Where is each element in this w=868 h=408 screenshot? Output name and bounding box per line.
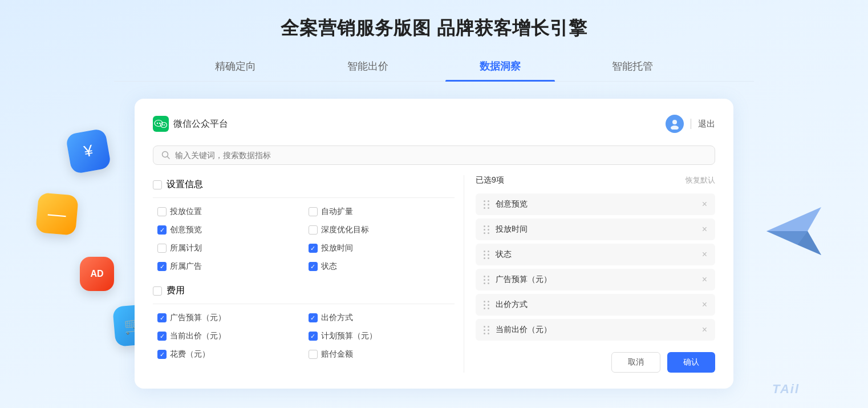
header-right: 退出 <box>666 115 715 133</box>
selected-label-current-bid: 当前出价（元） <box>496 325 696 335</box>
cost-items-grid: 广告预算（元） 出价方式 当前出价（元） 计划预算（元） <box>153 308 455 365</box>
item-creative-preview[interactable]: 创意预览 <box>153 222 304 238</box>
svg-point-9 <box>164 124 165 126</box>
selected-label-delivery-time: 投放时间 <box>496 224 696 235</box>
selected-label-creative-preview: 创意预览 <box>496 199 696 209</box>
item-current-bid[interactable]: 当前出价（元） <box>153 328 304 344</box>
item-ad-belong[interactable]: 所属广告 <box>153 258 304 274</box>
remove-delivery-time-button[interactable]: × <box>702 225 707 234</box>
item-placement-checkbox[interactable] <box>157 207 167 216</box>
item-creative-preview-label: 创意预览 <box>170 225 202 235</box>
search-input[interactable] <box>175 151 707 160</box>
svg-point-6 <box>159 123 160 124</box>
selected-label-ad-budget: 广告预算（元） <box>496 274 696 285</box>
selected-label-status: 状态 <box>496 249 696 260</box>
section-cost-checkbox[interactable] <box>153 286 162 296</box>
item-compensation-checkbox[interactable] <box>309 350 318 359</box>
item-spend-checkbox[interactable] <box>157 350 167 359</box>
search-icon <box>161 151 171 160</box>
right-col-header: 已选9项 恢复默认 <box>476 175 715 185</box>
item-plan-label: 所属计划 <box>170 243 202 253</box>
drag-handle[interactable] <box>484 276 490 284</box>
section-cost-header: 费用 <box>153 281 455 300</box>
item-current-bid-label: 当前出价（元） <box>170 331 226 341</box>
deco-money-icon: ¥ <box>68 131 108 171</box>
item-deep-optimize[interactable]: 深度优化目标 <box>304 222 455 238</box>
item-status[interactable]: 状态 <box>304 258 455 274</box>
drag-handle[interactable] <box>484 251 490 259</box>
item-delivery-time[interactable]: 投放时间 <box>304 240 455 256</box>
item-delivery-time-checkbox[interactable] <box>309 244 318 253</box>
logout-button[interactable]: 退出 <box>698 119 715 130</box>
item-ad-belong-checkbox[interactable] <box>157 262 167 271</box>
deco-ad-icon: AD <box>80 257 114 291</box>
selected-item-current-bid: 当前出价（元） × <box>476 319 715 341</box>
selected-item-bid-method: 出价方式 × <box>476 294 715 316</box>
item-bid-method-checkbox[interactable] <box>309 313 318 322</box>
cancel-button[interactable]: 取消 <box>611 352 660 373</box>
search-bar <box>153 146 715 165</box>
svg-point-8 <box>163 124 164 126</box>
section-cost: 费用 广告预算（元） 出价方式 <box>153 281 455 365</box>
item-ad-belong-label: 所属广告 <box>170 261 202 272</box>
item-auto-expand[interactable]: 自动扩量 <box>304 204 455 220</box>
section-settings-checkbox[interactable] <box>153 180 162 189</box>
tab-managed[interactable]: 智能托管 <box>566 51 699 81</box>
section-settings-header: 设置信息 <box>153 175 455 194</box>
tab-bidding[interactable]: 智能出价 <box>302 51 434 81</box>
item-plan[interactable]: 所属计划 <box>153 240 304 256</box>
remove-current-bid-button[interactable]: × <box>702 325 707 334</box>
drag-handle[interactable] <box>484 301 490 309</box>
item-bid-method-label: 出价方式 <box>321 313 353 323</box>
item-plan-budget-checkbox[interactable] <box>309 332 318 341</box>
item-placement-label: 投放位置 <box>170 207 202 217</box>
item-auto-expand-label: 自动扩量 <box>321 207 353 217</box>
left-column: 设置信息 投放位置 自动扩量 <box>153 175 464 373</box>
item-current-bid-checkbox[interactable] <box>157 332 167 341</box>
deco-minus-icon: — <box>37 194 77 234</box>
wechat-icon <box>153 116 169 132</box>
item-ad-budget-label: 广告预算（元） <box>170 313 226 323</box>
svg-point-5 <box>157 123 158 124</box>
header-divider <box>691 119 691 129</box>
drag-handle[interactable] <box>484 225 490 234</box>
dialog-card: 微信公众平台 退出 <box>135 99 733 389</box>
item-status-checkbox[interactable] <box>309 262 318 271</box>
svg-point-10 <box>672 120 677 124</box>
item-bid-method[interactable]: 出价方式 <box>304 310 455 326</box>
item-delivery-time-label: 投放时间 <box>321 243 353 253</box>
selected-item-delivery-time: 投放时间 × <box>476 219 715 240</box>
item-plan-checkbox[interactable] <box>157 244 167 253</box>
item-ad-budget-checkbox[interactable] <box>157 313 167 322</box>
item-compensation-label: 赔付金额 <box>321 349 353 359</box>
item-placement[interactable]: 投放位置 <box>153 204 304 220</box>
svg-line-13 <box>168 157 170 159</box>
item-creative-preview-checkbox[interactable] <box>157 225 167 235</box>
item-deep-optimize-checkbox[interactable] <box>309 225 318 235</box>
settings-items-grid: 投放位置 自动扩量 创意预览 深度优化目标 <box>153 201 455 277</box>
selected-item-creative-preview: 创意预览 × <box>476 193 715 215</box>
item-ad-budget[interactable]: 广告预算（元） <box>153 310 304 326</box>
item-spend[interactable]: 花费（元） <box>153 346 304 362</box>
remove-ad-budget-button[interactable]: × <box>702 275 707 284</box>
item-plan-budget[interactable]: 计划预算（元） <box>304 328 455 344</box>
remove-bid-method-button[interactable]: × <box>702 300 707 309</box>
item-compensation[interactable]: 赔付金额 <box>304 346 455 362</box>
section-settings-label: 设置信息 <box>167 179 203 191</box>
confirm-button[interactable]: 确认 <box>667 352 715 373</box>
item-plan-budget-label: 计划预算（元） <box>321 331 377 341</box>
columns-layout: 设置信息 投放位置 自动扩量 <box>153 175 715 373</box>
drag-handle[interactable] <box>484 200 490 209</box>
platform-name: 微信公众平台 <box>173 118 228 130</box>
deco-plane-icon <box>760 200 817 257</box>
tab-insights[interactable]: 数据洞察 <box>434 51 566 81</box>
selected-label-bid-method: 出价方式 <box>496 300 696 310</box>
remove-status-button[interactable]: × <box>702 250 707 259</box>
platform-info: 微信公众平台 <box>153 116 228 132</box>
drag-handle[interactable] <box>484 326 490 334</box>
tab-targeting[interactable]: 精确定向 <box>169 51 302 81</box>
item-auto-expand-checkbox[interactable] <box>309 207 318 216</box>
selected-item-ad-budget: 广告预算（元） × <box>476 269 715 290</box>
restore-default-button[interactable]: 恢复默认 <box>686 175 715 185</box>
remove-creative-preview-button[interactable]: × <box>702 200 707 209</box>
